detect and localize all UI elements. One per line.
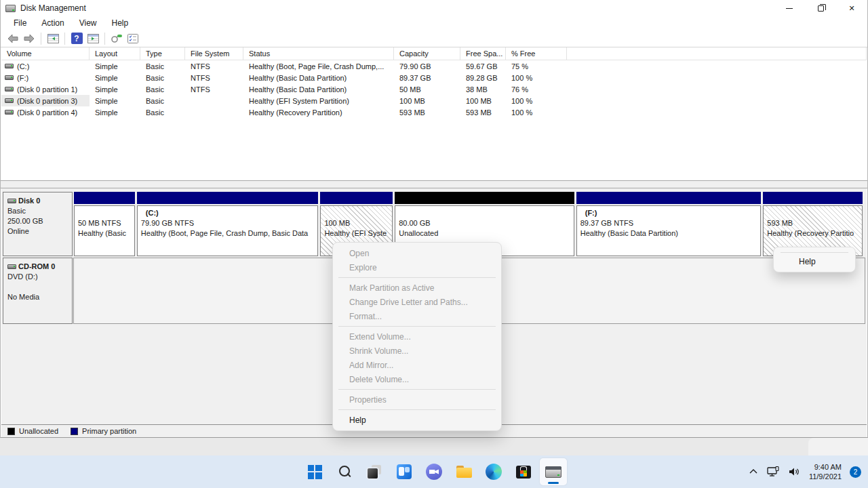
tray-chevron-icon[interactable] — [745, 462, 762, 482]
partition-status: Healthy (Basic Data Partition) — [580, 228, 761, 239]
cell-free-space: 89.28 GB — [460, 72, 506, 83]
legend-label: Primary partition — [82, 427, 136, 435]
toolbar-separator — [104, 33, 105, 45]
search-icon — [337, 464, 352, 479]
col-pct-free[interactable]: % Free — [506, 47, 567, 60]
disk0-type: Basic — [7, 206, 72, 216]
partition-system-reserved[interactable]: 50 MB NTFS Healthy (Basic — [74, 192, 135, 256]
start-button[interactable] — [301, 458, 328, 485]
menu-help[interactable]: Help — [104, 17, 136, 29]
cell-pct-free: 75 % — [506, 60, 567, 72]
menu-item-shrink-volume: Shrink Volume... — [333, 344, 501, 358]
partition-size: 100 MB — [324, 218, 392, 228]
cell-pct-free: 100 % — [506, 72, 567, 83]
forward-icon[interactable] — [21, 31, 37, 46]
edge-button[interactable] — [480, 458, 507, 485]
file-explorer-icon — [456, 466, 472, 478]
cell-capacity: 593 MB — [394, 106, 460, 118]
disk0-label[interactable]: Disk 0 Basic 250.00 GB Online — [3, 192, 73, 256]
pane-splitter[interactable] — [1, 180, 867, 188]
partition-f[interactable]: (F:) 89.37 GB NTFS Healthy (Basic Data P… — [576, 192, 762, 256]
tray-date: 11/9/2021 — [809, 472, 842, 481]
col-status[interactable]: Status — [243, 47, 394, 60]
menu-file[interactable]: File — [6, 17, 34, 29]
partition-color-band — [576, 192, 762, 204]
menu-view[interactable]: View — [72, 17, 104, 29]
edge-icon — [486, 464, 502, 480]
legend-label: Unallocated — [19, 427, 58, 435]
table-row[interactable]: (Disk 0 partition 4) Simple Basic Health… — [1, 106, 867, 118]
menu-item-format: Format... — [333, 309, 501, 323]
col-capacity[interactable]: Capacity — [394, 47, 460, 60]
windows-start-icon — [308, 465, 322, 479]
volume-name: (C:) — [17, 62, 29, 70]
cell-capacity: 100 MB — [394, 95, 460, 106]
volume-name: (Disk 0 partition 4) — [17, 108, 77, 117]
partition-size: 50 MB NTFS — [78, 218, 134, 228]
close-button[interactable]: ✕ — [836, 0, 867, 16]
cell-status: Healthy (Basic Data Partition) — [243, 72, 394, 83]
partition-c[interactable]: (C:) 79.90 GB NTFS Healthy (Boot, Page F… — [137, 192, 319, 256]
clock[interactable]: 9:40 AM 11/9/2021 — [809, 462, 842, 481]
minimize-button[interactable] — [774, 0, 805, 16]
cell-type: Basic — [140, 60, 185, 72]
table-row[interactable]: (C:) Simple Basic NTFS Healthy (Boot, Pa… — [1, 60, 867, 72]
action-pane-icon[interactable] — [85, 31, 101, 46]
restore-icon — [818, 5, 824, 12]
partition-status: Healthy (EFI Syste — [324, 228, 392, 239]
notification-badge[interactable]: 2 — [850, 466, 861, 478]
table-row-selected[interactable]: (Disk 0 partition 3) Simple Basic Health… — [1, 95, 867, 106]
menu-item-explore: Explore — [333, 260, 501, 274]
help-popup-item[interactable]: Help — [774, 253, 855, 266]
partition-status: Unallocated — [399, 228, 574, 239]
restore-button[interactable] — [805, 0, 836, 16]
volume-speaker-icon[interactable] — [786, 462, 802, 482]
menu-separator — [338, 326, 496, 327]
toolbar-separator — [64, 33, 65, 45]
col-volume[interactable]: Volume — [1, 47, 90, 60]
col-free-space[interactable]: Free Spa... — [460, 47, 506, 60]
checklist-icon[interactable] — [125, 31, 141, 46]
store-button[interactable] — [510, 458, 537, 485]
help-popup: Help — [773, 247, 856, 272]
widgets-icon — [397, 464, 412, 479]
partition-label: (F:) — [580, 208, 761, 218]
chat-icon — [426, 464, 442, 480]
console-tree-icon[interactable] — [45, 31, 61, 46]
menu-item-help[interactable]: Help — [333, 413, 501, 427]
partition-color-band — [763, 192, 863, 204]
cell-layout: Simple — [90, 60, 140, 72]
properties-icon[interactable] — [108, 31, 125, 46]
partition-status: Healthy (Recovery Partitio — [767, 228, 862, 239]
cell-capacity: 79.90 GB — [394, 60, 460, 72]
tray-time: 9:40 AM — [809, 462, 842, 472]
disk-management-taskbar-button[interactable] — [540, 458, 567, 485]
cell-pct-free: 76 % — [506, 83, 567, 95]
cell-file-system — [185, 95, 243, 106]
help-toolbar-icon[interactable]: ? — [68, 31, 85, 46]
table-row[interactable]: (F:) Simple Basic NTFS Healthy (Basic Da… — [1, 72, 867, 83]
table-row[interactable]: (Disk 0 partition 1) Simple Basic NTFS H… — [1, 83, 867, 95]
chat-button[interactable] — [420, 458, 448, 485]
cdrom-label[interactable]: CD-ROM 0 DVD (D:) No Media — [3, 258, 73, 324]
widgets-button[interactable] — [391, 458, 418, 485]
menubar: File Action View Help — [1, 16, 867, 30]
menu-item-delete-volume: Delete Volume... — [333, 372, 501, 386]
col-layout[interactable]: Layout — [90, 47, 140, 60]
menu-action[interactable]: Action — [34, 17, 71, 29]
file-explorer-button[interactable] — [450, 458, 477, 485]
network-icon[interactable] — [766, 462, 782, 482]
col-type[interactable]: Type — [140, 47, 185, 60]
volume-icon — [5, 64, 14, 68]
volume-name: (Disk 0 partition 1) — [17, 85, 77, 94]
search-button[interactable] — [331, 458, 358, 485]
back-icon[interactable] — [5, 31, 21, 46]
cell-file-system: NTFS — [185, 60, 243, 72]
cell-free-space: 59.67 GB — [460, 60, 506, 72]
cell-free-space: 38 MB — [460, 83, 506, 95]
cell-pct-free: 100 % — [506, 106, 567, 118]
task-view-button[interactable] — [361, 458, 388, 485]
col-file-system[interactable]: File System — [185, 47, 243, 60]
menu-separator — [338, 277, 496, 278]
volume-icon — [5, 98, 14, 103]
